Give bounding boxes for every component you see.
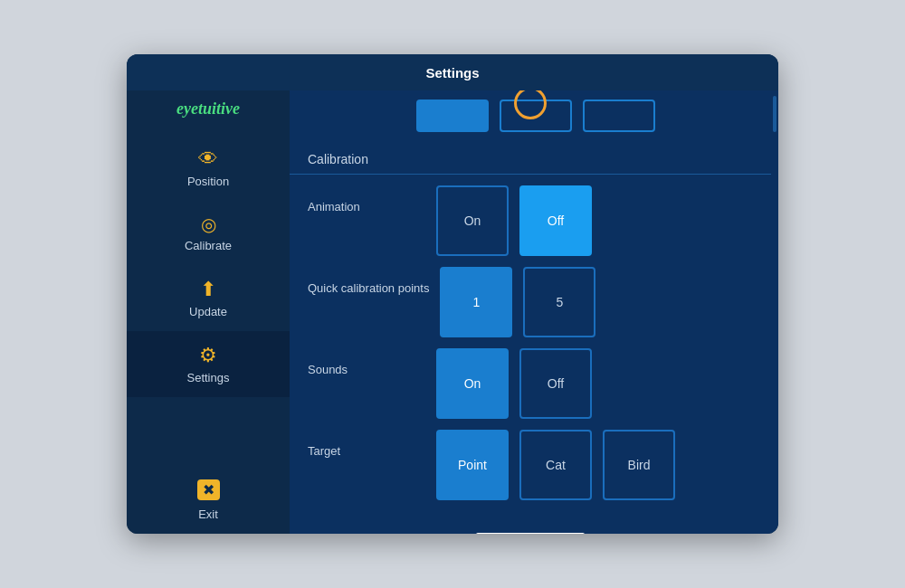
setting-row-quick-calibration: Quick calibration points 1 5 xyxy=(308,267,753,337)
top-btn-3[interactable] xyxy=(583,100,655,132)
title-bar: Settings xyxy=(127,54,778,90)
setting-row-sounds: Sounds On Off xyxy=(308,348,753,419)
bottom-bar xyxy=(290,526,771,534)
animation-on-button[interactable]: On xyxy=(436,185,509,256)
animation-off-button[interactable]: Off xyxy=(519,185,592,256)
sidebar-item-settings[interactable]: ⚙ Settings xyxy=(127,331,290,397)
sidebar-label-position: Position xyxy=(187,175,229,188)
setting-row-animation: Animation On Off xyxy=(308,185,753,256)
sidebar-label-calibrate: Calibrate xyxy=(185,239,232,252)
logo: eyetuitive xyxy=(176,100,240,119)
quick-calibration-label: Quick calibration points xyxy=(308,267,429,295)
sounds-label: Sounds xyxy=(308,348,425,376)
sidebar-item-exit[interactable]: ✖ Exit xyxy=(127,467,290,534)
calibration-5-button[interactable]: 5 xyxy=(523,267,595,337)
settings-body: Animation On Off Quick calibration point… xyxy=(290,180,771,526)
settings-icon: ⚙ xyxy=(199,344,217,367)
bottom-pill xyxy=(476,533,585,534)
scrollbar[interactable] xyxy=(771,90,778,534)
target-cat-button[interactable]: Cat xyxy=(519,430,592,500)
sidebar-label-exit: Exit xyxy=(198,507,218,521)
sidebar-item-position[interactable]: 👁 Position xyxy=(127,135,290,201)
sounds-on-button[interactable]: On xyxy=(436,348,509,419)
sidebar: eyetuitive 👁 Position ◎ Calibrate ⬆ Upda… xyxy=(127,90,290,534)
update-icon: ⬆ xyxy=(200,278,216,301)
scrollbar-thumb xyxy=(773,96,776,132)
section-header: Calibration xyxy=(290,141,771,175)
sidebar-item-calibrate[interactable]: ◎ Calibrate xyxy=(127,201,290,265)
exit-icon: ✖ xyxy=(197,479,220,500)
main-content: eyetuitive 👁 Position ◎ Calibrate ⬆ Upda… xyxy=(127,90,778,534)
app-window: Settings eyetuitive 👁 Position ◎ Calibra… xyxy=(127,54,778,534)
target-bird-button[interactable]: Bird xyxy=(603,430,675,500)
sidebar-label-update: Update xyxy=(189,305,227,318)
target-label: Target xyxy=(308,430,425,458)
sidebar-item-update[interactable]: ⬆ Update xyxy=(127,265,290,331)
sidebar-label-settings: Settings xyxy=(187,371,230,384)
calibrate-icon: ◎ xyxy=(201,213,216,235)
setting-row-target: Target Point Cat Bird xyxy=(308,430,753,500)
title-bar-text: Settings xyxy=(425,65,479,81)
animation-label: Animation xyxy=(308,185,425,213)
eye-icon: 👁 xyxy=(198,147,218,171)
calibration-1-button[interactable]: 1 xyxy=(440,267,512,337)
sounds-off-button[interactable]: Off xyxy=(519,348,592,419)
target-point-button[interactable]: Point xyxy=(436,430,509,500)
top-btn-1[interactable] xyxy=(416,100,489,132)
content-area: Calibration Animation On Off Quick calib… xyxy=(290,90,771,534)
top-buttons-row xyxy=(290,90,771,141)
